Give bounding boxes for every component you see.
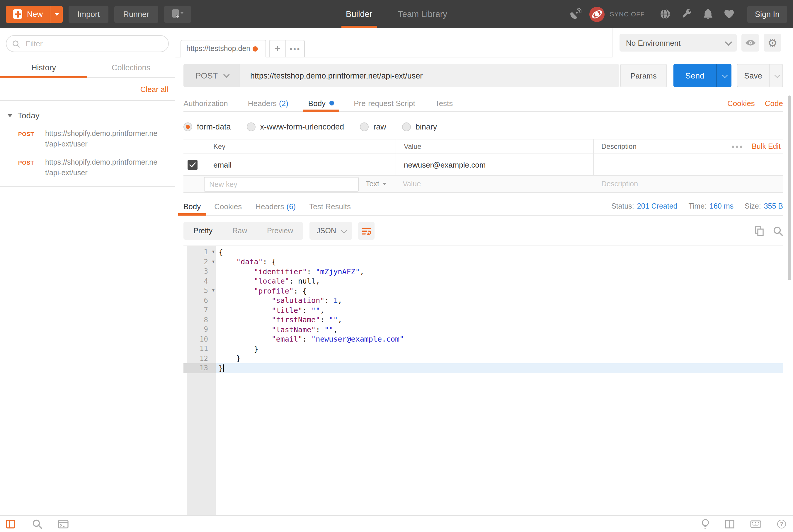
- toggle-sidebar-button[interactable]: [6, 519, 15, 528]
- radio-raw[interactable]: raw: [360, 122, 386, 131]
- clear-all-link[interactable]: Clear all: [140, 85, 168, 93]
- code-line[interactable]: 12 }: [184, 354, 783, 363]
- response-tab-test-results[interactable]: Test Results: [309, 197, 351, 215]
- code-line[interactable]: 6 "salutation": 1,: [184, 296, 783, 305]
- sidebar-filter[interactable]: [6, 35, 169, 52]
- radio-x-www-form-urlencoded[interactable]: x-www-form-urlencoded: [247, 122, 344, 131]
- sidebar-tab-collections[interactable]: Collections: [87, 58, 175, 77]
- vertical-scrollbar[interactable]: [788, 95, 791, 280]
- help-button[interactable]: ?: [777, 519, 786, 528]
- tab-options-button[interactable]: ●●●: [286, 40, 305, 57]
- code-line[interactable]: 2▾ "data": {: [184, 257, 783, 267]
- code-line[interactable]: 5▾ "profile": {: [184, 286, 783, 296]
- satellite-icon[interactable]: [569, 8, 582, 20]
- send-options-caret[interactable]: [716, 64, 732, 87]
- settings-button[interactable]: ⚙: [764, 34, 781, 52]
- notifications-bell-icon[interactable]: [703, 9, 713, 19]
- line-number[interactable]: 5▾: [184, 286, 216, 296]
- code-line-content[interactable]: "lastName": "",: [216, 325, 783, 334]
- tab-team-library[interactable]: Team Library: [385, 0, 460, 28]
- params-button[interactable]: Params: [620, 64, 667, 87]
- filter-input[interactable]: [25, 39, 162, 49]
- row-value-value[interactable]: newuser@example.com: [404, 160, 486, 169]
- code-line[interactable]: 3 "identifier": "mZjynAFZ",: [184, 267, 783, 276]
- code-line[interactable]: 11 }: [184, 344, 783, 354]
- new-value-placeholder[interactable]: Value: [403, 176, 421, 192]
- favorites-heart-icon[interactable]: [724, 10, 734, 19]
- code-line[interactable]: 7 "title": "",: [184, 305, 783, 315]
- search-response-icon[interactable]: [773, 226, 783, 236]
- code-line-content[interactable]: }: [216, 344, 783, 354]
- radio-binary[interactable]: binary: [402, 122, 437, 131]
- code-line[interactable]: 8 "firstName": "",: [184, 315, 783, 325]
- url-input[interactable]: [249, 71, 609, 80]
- save-button[interactable]: Save: [737, 64, 783, 87]
- new-tab-button[interactable]: +: [269, 40, 286, 57]
- radio-form-data[interactable]: form-data: [184, 122, 231, 131]
- copy-icon[interactable]: [755, 226, 764, 236]
- tips-button[interactable]: [702, 519, 709, 529]
- view-mode-raw[interactable]: Raw: [223, 222, 257, 240]
- code-line-content[interactable]: "firstName": "",: [216, 315, 783, 325]
- code-line[interactable]: 10 "email": "newuser@example.com": [184, 334, 783, 344]
- code-line-content[interactable]: {: [216, 247, 783, 257]
- response-editor[interactable]: 1▾{2▾ "data": {3 "identifier": "mZjynAFZ…: [184, 246, 783, 515]
- shortcuts-button[interactable]: [750, 520, 761, 528]
- wrench-icon[interactable]: [682, 9, 692, 19]
- history-group-today[interactable]: Today: [0, 101, 175, 124]
- new-description-placeholder[interactable]: Description: [601, 176, 638, 192]
- console-button[interactable]: [58, 519, 69, 528]
- open-new-window-button[interactable]: [164, 5, 191, 22]
- runner-button[interactable]: Runner: [115, 5, 158, 22]
- code-line[interactable]: 13}: [184, 363, 783, 373]
- history-item[interactable]: POSThttps://shopify.demo.printformer.net…: [0, 152, 175, 181]
- tab-body[interactable]: Body: [308, 95, 334, 111]
- code-line-content[interactable]: "email": "newuser@example.com": [216, 334, 783, 344]
- two-pane-view-button[interactable]: [725, 519, 734, 528]
- view-mode-preview[interactable]: Preview: [257, 222, 303, 240]
- response-tab-cookies[interactable]: Cookies: [214, 197, 242, 215]
- sidebar-tab-history[interactable]: History: [0, 58, 87, 77]
- global-search-button[interactable]: [32, 519, 42, 529]
- code-line-content[interactable]: "data": {: [216, 257, 783, 267]
- import-button[interactable]: Import: [69, 5, 109, 22]
- new-button[interactable]: New: [6, 5, 63, 22]
- fold-arrow-icon[interactable]: ▾: [212, 259, 214, 264]
- code-line[interactable]: 1▾{: [184, 247, 783, 257]
- table-options-icon[interactable]: ●●●: [732, 144, 744, 149]
- code-line-content[interactable]: "identifier": "mZjynAFZ",: [216, 267, 783, 276]
- code-line-content[interactable]: "locale": null,: [216, 276, 783, 286]
- wrap-text-button[interactable]: [358, 222, 375, 240]
- code-line-content[interactable]: }: [216, 354, 783, 363]
- code-line-content[interactable]: "profile": {: [216, 286, 783, 296]
- save-options-caret[interactable]: [769, 64, 782, 87]
- send-button[interactable]: Send: [674, 64, 732, 87]
- sign-in-button[interactable]: Sign In: [747, 5, 787, 22]
- new-key-input[interactable]: [204, 177, 359, 192]
- code-line[interactable]: 4 "locale": null,: [184, 276, 783, 286]
- history-item[interactable]: POSThttps://shopify.demo.printformer.net…: [0, 124, 175, 152]
- method-selector[interactable]: POST: [184, 64, 240, 87]
- tab-tests[interactable]: Tests: [435, 95, 453, 111]
- new-dropdown-caret[interactable]: [50, 5, 63, 22]
- new-row-type-selector[interactable]: Text: [366, 176, 386, 192]
- fold-arrow-icon[interactable]: ▾: [212, 249, 214, 254]
- sync-status-badge-icon[interactable]: [589, 6, 605, 22]
- environment-quick-look-button[interactable]: [741, 34, 759, 52]
- tab-headers[interactable]: Headers (2): [248, 95, 288, 111]
- tab-builder[interactable]: Builder: [333, 0, 385, 28]
- code-link[interactable]: Code: [765, 99, 783, 108]
- code-line-content[interactable]: }: [216, 363, 783, 373]
- tab-pre-request-script[interactable]: Pre-request Script: [354, 95, 415, 111]
- globe-icon[interactable]: [660, 9, 671, 19]
- cookies-link[interactable]: Cookies: [728, 99, 755, 108]
- response-tab-headers[interactable]: Headers (6): [255, 197, 296, 215]
- format-selector[interactable]: JSON: [309, 222, 353, 240]
- line-number[interactable]: 1▾: [184, 247, 216, 257]
- code-line[interactable]: 9 "lastName": "",: [184, 325, 783, 334]
- tab-authorization[interactable]: Authorization: [184, 95, 228, 111]
- request-tab[interactable]: https://testshop.demo: [181, 40, 266, 57]
- row-key-value[interactable]: email: [213, 160, 231, 169]
- view-mode-pretty[interactable]: Pretty: [184, 222, 223, 240]
- code-line-content[interactable]: "salutation": 1,: [216, 296, 783, 305]
